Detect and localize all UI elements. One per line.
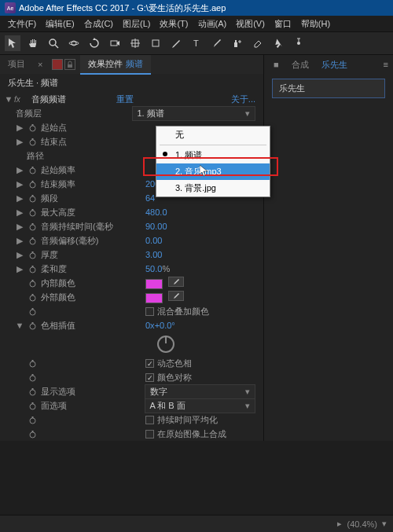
menu-comp[interactable]: 合成(C) — [79, 17, 118, 31]
rotate-tool[interactable] — [86, 35, 102, 51]
dropdown-opt-2[interactable]: 2. 音乐.mp3 — [156, 163, 270, 180]
display-options-dropdown[interactable]: 数字▾ — [145, 384, 256, 399]
status-chevron[interactable]: ▾ — [382, 519, 387, 529]
bands-twisty[interactable]: ▶ — [14, 193, 25, 204]
menu-layer[interactable]: 图层(L) — [118, 17, 155, 31]
hand-tool[interactable] — [25, 35, 41, 51]
stopwatch-icon[interactable] — [25, 123, 39, 132]
stopwatch-icon[interactable] — [25, 279, 39, 288]
dropdown-opt-none[interactable]: 无 — [156, 127, 270, 143]
thickness-twisty[interactable]: ▶ — [14, 250, 25, 260]
svg-point-37 — [30, 295, 35, 301]
puppet-tool[interactable] — [291, 35, 307, 51]
stopwatch-icon[interactable] — [25, 307, 39, 316]
stopwatch-icon[interactable] — [25, 194, 39, 203]
stopwatch-icon[interactable] — [25, 402, 39, 410]
end-freq-twisty[interactable]: ▶ — [14, 179, 25, 189]
hue-interp-twisty[interactable]: ▼ — [14, 321, 25, 330]
effect-about[interactable]: 关于... — [231, 94, 260, 105]
inner-color-label: 内部颜色 — [39, 277, 142, 289]
effect-reset[interactable]: 重置 — [113, 94, 231, 105]
stopwatch-icon[interactable] — [25, 387, 39, 396]
eyedropper-icon[interactable] — [168, 277, 184, 287]
tab-effect-controls[interactable]: 效果控件 频谱 — [80, 55, 150, 75]
stopwatch-icon[interactable] — [25, 166, 39, 174]
max-height-value[interactable]: 480.0 — [142, 207, 260, 217]
breadcrumb: 乐先生 · 频谱 — [0, 74, 263, 92]
audio-offset-twisty[interactable]: ▶ — [14, 236, 25, 246]
audio-duration-twisty[interactable]: ▶ — [14, 222, 25, 232]
comp-link[interactable]: 乐先生 — [317, 57, 352, 72]
blend-overlay-checkbox[interactable] — [145, 307, 154, 316]
eyedropper-icon[interactable] — [168, 291, 184, 301]
stopwatch-icon[interactable] — [25, 373, 39, 382]
snapshot-icon[interactable] — [52, 59, 63, 70]
stopwatch-icon[interactable] — [25, 265, 39, 273]
dropdown-opt-1[interactable]: 1. 频谱 — [156, 147, 270, 163]
stopwatch-icon[interactable] — [25, 222, 39, 231]
stopwatch-icon[interactable] — [25, 138, 39, 146]
audio-layer-popup: 无 1. 频谱 2. 音乐.mp3 3. 背景.jpg — [156, 126, 270, 197]
stopwatch-icon[interactable] — [25, 359, 39, 368]
hue-dial[interactable] — [157, 336, 174, 353]
comp-item[interactable]: 乐先生 — [272, 79, 385, 98]
audio-layer-dropdown[interactable]: 1. 频谱▾ — [132, 106, 256, 121]
start-point-twisty[interactable]: ▶ — [14, 123, 25, 133]
svg-rect-16 — [31, 124, 33, 126]
outer-color-swatch[interactable] — [145, 293, 163, 303]
shape-tool[interactable] — [148, 35, 163, 51]
panel-menu-icon[interactable]: ≡ — [384, 60, 388, 69]
stopwatch-icon[interactable] — [25, 293, 39, 302]
audio-offset-value[interactable]: 0.00 — [142, 236, 260, 245]
menu-window[interactable]: 窗口 — [270, 17, 296, 31]
effect-twisty[interactable]: ▼ — [3, 94, 14, 104]
pen-tool[interactable] — [168, 35, 184, 51]
stopwatch-icon[interactable] — [25, 321, 39, 330]
max-height-twisty[interactable]: ▶ — [14, 207, 25, 218]
pan-behind-tool[interactable] — [127, 35, 143, 51]
duration-avg-checkbox[interactable] — [145, 416, 154, 424]
stopwatch-icon[interactable] — [25, 430, 39, 438]
brush-tool[interactable] — [209, 35, 225, 51]
lock-icon[interactable] — [64, 59, 75, 70]
status-zoom[interactable]: (40.4%) — [347, 519, 377, 529]
audio-duration-value[interactable]: 90.00 — [142, 222, 260, 231]
clone-tool[interactable] — [230, 35, 245, 51]
menu-help[interactable]: 帮助(H) — [296, 17, 335, 31]
menu-animation[interactable]: 动画(A) — [193, 17, 232, 31]
softness-twisty[interactable]: ▶ — [14, 264, 25, 274]
zoom-tool[interactable] — [46, 35, 61, 51]
tab-close[interactable]: × — [33, 60, 47, 69]
dynamic-hue-checkbox[interactable] — [145, 359, 154, 368]
menu-edit[interactable]: 编辑(E) — [41, 17, 79, 31]
hue-interp-value[interactable]: 0x+0.0° — [142, 321, 260, 330]
stopwatch-icon[interactable] — [25, 251, 39, 259]
dropdown-opt-3[interactable]: 3. 背景.jpg — [156, 180, 270, 196]
tab-project[interactable]: 项目 — [0, 55, 33, 75]
menu-view[interactable]: 视图(V) — [231, 17, 270, 31]
stopwatch-icon[interactable] — [25, 180, 39, 189]
text-tool[interactable]: T — [189, 35, 204, 51]
eraser-tool[interactable] — [250, 35, 266, 51]
side-options-dropdown[interactable]: A 和 B 面▾ — [145, 398, 256, 413]
thickness-value[interactable]: 3.00 — [142, 250, 260, 259]
status-caret[interactable]: ▸ — [337, 519, 342, 529]
inner-color-swatch[interactable] — [145, 279, 163, 289]
stopwatch-icon[interactable] — [25, 208, 39, 217]
end-point-twisty[interactable]: ▶ — [14, 137, 25, 147]
svg-rect-46 — [31, 374, 33, 376]
color-symmetry-checkbox[interactable] — [145, 373, 154, 382]
roto-tool[interactable] — [270, 35, 286, 51]
tab-compose[interactable]: 合成 — [287, 57, 314, 72]
camera-tool[interactable] — [107, 35, 123, 51]
composite-orig-checkbox[interactable] — [145, 430, 154, 438]
softness-value[interactable]: 50.0% — [142, 264, 260, 273]
start-freq-twisty[interactable]: ▶ — [14, 165, 25, 175]
orbit-tool[interactable] — [66, 35, 82, 51]
selection-tool[interactable] — [5, 35, 20, 51]
menu-file[interactable]: 文件(F) — [3, 17, 41, 31]
svg-point-39 — [30, 310, 35, 315]
menu-effect[interactable]: 效果(T) — [155, 17, 193, 31]
stopwatch-icon[interactable] — [25, 416, 39, 424]
stopwatch-icon[interactable] — [25, 237, 39, 245]
